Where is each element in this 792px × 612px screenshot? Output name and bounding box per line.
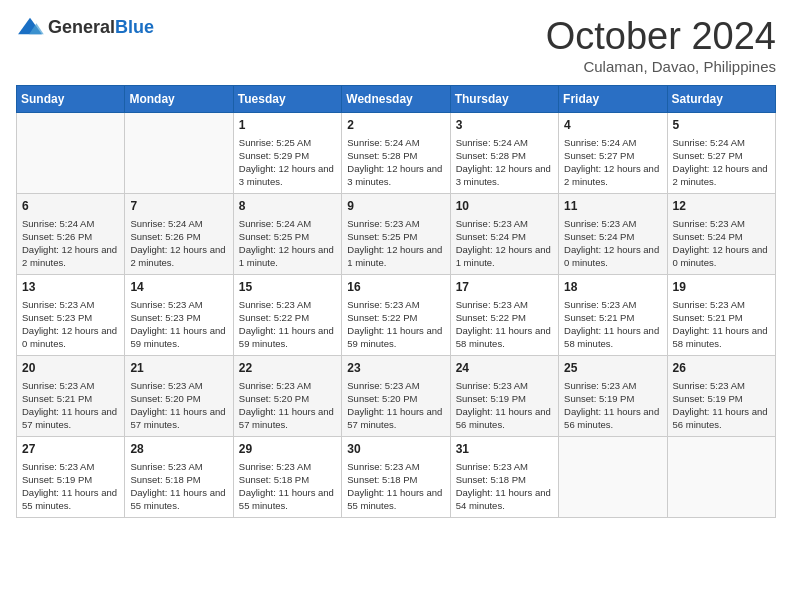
day-info: Sunrise: 5:25 AM Sunset: 5:29 PM Dayligh… (239, 136, 336, 189)
day-info: Sunrise: 5:23 AM Sunset: 5:24 PM Dayligh… (673, 217, 770, 270)
logo-blue: Blue (115, 17, 154, 37)
day-info: Sunrise: 5:23 AM Sunset: 5:19 PM Dayligh… (564, 379, 661, 432)
location-title: Culaman, Davao, Philippines (546, 58, 776, 75)
header-thursday: Thursday (450, 85, 558, 112)
calendar-cell: 26Sunrise: 5:23 AM Sunset: 5:19 PM Dayli… (667, 355, 775, 436)
day-info: Sunrise: 5:23 AM Sunset: 5:21 PM Dayligh… (673, 298, 770, 351)
calendar-cell: 14Sunrise: 5:23 AM Sunset: 5:23 PM Dayli… (125, 274, 233, 355)
calendar-cell: 21Sunrise: 5:23 AM Sunset: 5:20 PM Dayli… (125, 355, 233, 436)
calendar-cell: 24Sunrise: 5:23 AM Sunset: 5:19 PM Dayli… (450, 355, 558, 436)
week-row-3: 13Sunrise: 5:23 AM Sunset: 5:23 PM Dayli… (17, 274, 776, 355)
calendar-cell: 4Sunrise: 5:24 AM Sunset: 5:27 PM Daylig… (559, 112, 667, 193)
calendar-cell (667, 436, 775, 517)
calendar-cell: 31Sunrise: 5:23 AM Sunset: 5:18 PM Dayli… (450, 436, 558, 517)
day-info: Sunrise: 5:23 AM Sunset: 5:19 PM Dayligh… (22, 460, 119, 513)
day-info: Sunrise: 5:24 AM Sunset: 5:28 PM Dayligh… (347, 136, 444, 189)
day-info: Sunrise: 5:23 AM Sunset: 5:20 PM Dayligh… (130, 379, 227, 432)
title-area: October 2024 Culaman, Davao, Philippines (546, 16, 776, 75)
day-number: 16 (347, 279, 444, 296)
day-info: Sunrise: 5:24 AM Sunset: 5:27 PM Dayligh… (564, 136, 661, 189)
day-info: Sunrise: 5:23 AM Sunset: 5:22 PM Dayligh… (347, 298, 444, 351)
day-info: Sunrise: 5:23 AM Sunset: 5:22 PM Dayligh… (239, 298, 336, 351)
day-info: Sunrise: 5:24 AM Sunset: 5:28 PM Dayligh… (456, 136, 553, 189)
day-number: 19 (673, 279, 770, 296)
day-info: Sunrise: 5:23 AM Sunset: 5:19 PM Dayligh… (673, 379, 770, 432)
calendar-cell: 23Sunrise: 5:23 AM Sunset: 5:20 PM Dayli… (342, 355, 450, 436)
calendar-cell: 16Sunrise: 5:23 AM Sunset: 5:22 PM Dayli… (342, 274, 450, 355)
logo-icon (16, 16, 44, 38)
calendar-cell: 6Sunrise: 5:24 AM Sunset: 5:26 PM Daylig… (17, 193, 125, 274)
logo: GeneralBlue (16, 16, 154, 38)
calendar-cell (559, 436, 667, 517)
logo-general: General (48, 17, 115, 37)
week-row-4: 20Sunrise: 5:23 AM Sunset: 5:21 PM Dayli… (17, 355, 776, 436)
day-number: 25 (564, 360, 661, 377)
day-number: 7 (130, 198, 227, 215)
day-number: 14 (130, 279, 227, 296)
header-saturday: Saturday (667, 85, 775, 112)
calendar-cell: 20Sunrise: 5:23 AM Sunset: 5:21 PM Dayli… (17, 355, 125, 436)
day-number: 13 (22, 279, 119, 296)
day-info: Sunrise: 5:23 AM Sunset: 5:23 PM Dayligh… (22, 298, 119, 351)
calendar-cell: 2Sunrise: 5:24 AM Sunset: 5:28 PM Daylig… (342, 112, 450, 193)
day-info: Sunrise: 5:23 AM Sunset: 5:20 PM Dayligh… (347, 379, 444, 432)
day-number: 4 (564, 117, 661, 134)
calendar-cell: 12Sunrise: 5:23 AM Sunset: 5:24 PM Dayli… (667, 193, 775, 274)
header-monday: Monday (125, 85, 233, 112)
week-row-5: 27Sunrise: 5:23 AM Sunset: 5:19 PM Dayli… (17, 436, 776, 517)
calendar-cell: 8Sunrise: 5:24 AM Sunset: 5:25 PM Daylig… (233, 193, 341, 274)
calendar-cell: 18Sunrise: 5:23 AM Sunset: 5:21 PM Dayli… (559, 274, 667, 355)
day-info: Sunrise: 5:23 AM Sunset: 5:18 PM Dayligh… (130, 460, 227, 513)
calendar-cell: 10Sunrise: 5:23 AM Sunset: 5:24 PM Dayli… (450, 193, 558, 274)
week-row-2: 6Sunrise: 5:24 AM Sunset: 5:26 PM Daylig… (17, 193, 776, 274)
day-number: 5 (673, 117, 770, 134)
calendar-cell: 17Sunrise: 5:23 AM Sunset: 5:22 PM Dayli… (450, 274, 558, 355)
day-info: Sunrise: 5:24 AM Sunset: 5:26 PM Dayligh… (22, 217, 119, 270)
day-info: Sunrise: 5:23 AM Sunset: 5:19 PM Dayligh… (456, 379, 553, 432)
day-number: 30 (347, 441, 444, 458)
day-number: 6 (22, 198, 119, 215)
calendar-cell: 7Sunrise: 5:24 AM Sunset: 5:26 PM Daylig… (125, 193, 233, 274)
day-number: 12 (673, 198, 770, 215)
day-info: Sunrise: 5:23 AM Sunset: 5:23 PM Dayligh… (130, 298, 227, 351)
calendar-cell: 22Sunrise: 5:23 AM Sunset: 5:20 PM Dayli… (233, 355, 341, 436)
calendar-cell: 28Sunrise: 5:23 AM Sunset: 5:18 PM Dayli… (125, 436, 233, 517)
page-header: GeneralBlue October 2024 Culaman, Davao,… (16, 16, 776, 75)
day-info: Sunrise: 5:24 AM Sunset: 5:26 PM Dayligh… (130, 217, 227, 270)
day-info: Sunrise: 5:23 AM Sunset: 5:24 PM Dayligh… (456, 217, 553, 270)
day-number: 21 (130, 360, 227, 377)
calendar-header-row: SundayMondayTuesdayWednesdayThursdayFrid… (17, 85, 776, 112)
day-number: 31 (456, 441, 553, 458)
calendar-table: SundayMondayTuesdayWednesdayThursdayFrid… (16, 85, 776, 518)
day-number: 23 (347, 360, 444, 377)
calendar-cell: 13Sunrise: 5:23 AM Sunset: 5:23 PM Dayli… (17, 274, 125, 355)
day-info: Sunrise: 5:23 AM Sunset: 5:24 PM Dayligh… (564, 217, 661, 270)
day-info: Sunrise: 5:23 AM Sunset: 5:18 PM Dayligh… (347, 460, 444, 513)
calendar-cell: 29Sunrise: 5:23 AM Sunset: 5:18 PM Dayli… (233, 436, 341, 517)
week-row-1: 1Sunrise: 5:25 AM Sunset: 5:29 PM Daylig… (17, 112, 776, 193)
day-number: 9 (347, 198, 444, 215)
header-sunday: Sunday (17, 85, 125, 112)
calendar-cell: 27Sunrise: 5:23 AM Sunset: 5:19 PM Dayli… (17, 436, 125, 517)
calendar-cell: 11Sunrise: 5:23 AM Sunset: 5:24 PM Dayli… (559, 193, 667, 274)
calendar-cell: 3Sunrise: 5:24 AM Sunset: 5:28 PM Daylig… (450, 112, 558, 193)
day-info: Sunrise: 5:23 AM Sunset: 5:21 PM Dayligh… (564, 298, 661, 351)
day-info: Sunrise: 5:24 AM Sunset: 5:25 PM Dayligh… (239, 217, 336, 270)
calendar-cell: 1Sunrise: 5:25 AM Sunset: 5:29 PM Daylig… (233, 112, 341, 193)
day-number: 29 (239, 441, 336, 458)
day-info: Sunrise: 5:24 AM Sunset: 5:27 PM Dayligh… (673, 136, 770, 189)
calendar-cell: 15Sunrise: 5:23 AM Sunset: 5:22 PM Dayli… (233, 274, 341, 355)
day-number: 10 (456, 198, 553, 215)
day-number: 17 (456, 279, 553, 296)
day-number: 2 (347, 117, 444, 134)
header-tuesday: Tuesday (233, 85, 341, 112)
day-info: Sunrise: 5:23 AM Sunset: 5:18 PM Dayligh… (239, 460, 336, 513)
calendar-cell: 9Sunrise: 5:23 AM Sunset: 5:25 PM Daylig… (342, 193, 450, 274)
calendar-cell: 5Sunrise: 5:24 AM Sunset: 5:27 PM Daylig… (667, 112, 775, 193)
month-title: October 2024 (546, 16, 776, 58)
day-info: Sunrise: 5:23 AM Sunset: 5:18 PM Dayligh… (456, 460, 553, 513)
header-friday: Friday (559, 85, 667, 112)
calendar-cell: 25Sunrise: 5:23 AM Sunset: 5:19 PM Dayli… (559, 355, 667, 436)
day-number: 1 (239, 117, 336, 134)
day-number: 15 (239, 279, 336, 296)
